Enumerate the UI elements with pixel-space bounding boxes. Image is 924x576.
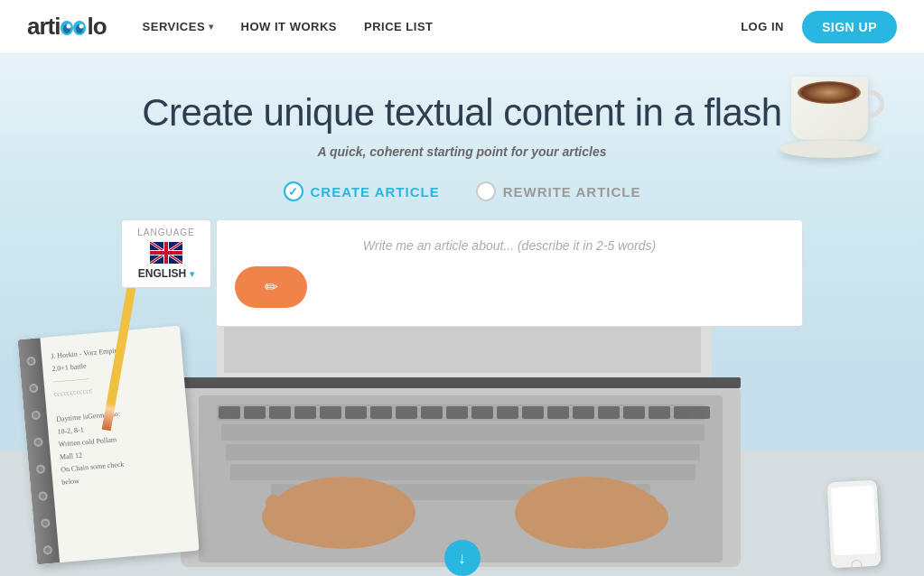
svg-rect-21	[230, 464, 695, 480]
svg-rect-41	[674, 406, 710, 419]
svg-point-2	[67, 24, 71, 29]
input-section: LANGUAGE ENGLISH	[0, 219, 924, 327]
svg-rect-35	[522, 406, 544, 419]
rewrite-article-radio[interactable]	[476, 181, 496, 201]
chevron-down-icon: ▾	[209, 22, 214, 32]
article-input-box: Write me an article about... (describe i…	[216, 219, 803, 327]
hero-title: Create unique textual content in a flash	[0, 90, 924, 135]
notebook: J. Horkin - Vorz Empire 2.0+1 battle ———…	[17, 326, 199, 565]
input-placeholder: Write me an article about... (describe i…	[235, 238, 784, 253]
arrow-down-icon: ↓	[458, 549, 466, 568]
svg-rect-27	[320, 406, 341, 419]
download-arrow[interactable]: ↓	[444, 540, 481, 576]
phone-home-button	[851, 560, 863, 571]
pencil-icon: ✏	[265, 277, 278, 297]
svg-rect-42	[181, 377, 741, 388]
nav-how-it-works[interactable]: HOW IT WORKS	[241, 20, 337, 33]
logo-arti: arti	[27, 13, 60, 40]
svg-rect-29	[370, 406, 392, 419]
svg-rect-56	[621, 490, 639, 536]
svg-rect-14	[164, 242, 168, 264]
svg-rect-26	[294, 406, 316, 419]
svg-point-5	[79, 24, 84, 29]
svg-rect-38	[598, 406, 620, 419]
logo-eyes-container	[61, 20, 86, 36]
language-value[interactable]: ENGLISH ▾	[133, 267, 200, 280]
svg-rect-20	[226, 444, 700, 460]
svg-rect-37	[573, 406, 594, 419]
svg-rect-55	[600, 488, 616, 535]
nav-services[interactable]: SERVICES ▾	[143, 20, 214, 33]
nav-right: LOG IN SIGN UP	[741, 11, 897, 43]
language-selector[interactable]: LANGUAGE ENGLISH	[121, 219, 211, 288]
signup-button[interactable]: SIGN UP	[802, 11, 897, 43]
svg-rect-31	[421, 406, 443, 419]
svg-rect-23	[219, 406, 240, 419]
logo-lo: lo	[87, 13, 106, 40]
lang-chevron-icon: ▾	[190, 269, 194, 279]
language-label: LANGUAGE	[133, 228, 200, 237]
svg-rect-40	[649, 406, 670, 419]
svg-rect-24	[244, 406, 266, 419]
svg-rect-30	[396, 406, 417, 419]
phone	[827, 480, 882, 569]
logo-eyes-svg	[61, 20, 86, 36]
svg-rect-32	[446, 406, 468, 419]
create-article-option[interactable]: CREATE ARTICLE	[284, 181, 440, 201]
svg-rect-48	[308, 488, 326, 536]
logo-text: arti lo	[27, 13, 107, 41]
create-article-label: CREATE ARTICLE	[311, 184, 440, 200]
svg-rect-36	[547, 406, 569, 419]
svg-rect-39	[623, 406, 645, 419]
phone-screen	[831, 486, 877, 555]
hero-content: Create unique textual content in a flash…	[0, 54, 924, 327]
logo: arti lo	[27, 13, 107, 41]
svg-rect-33	[471, 406, 493, 419]
svg-rect-25	[269, 406, 291, 419]
create-article-radio[interactable]	[284, 181, 303, 201]
svg-rect-19	[221, 424, 705, 441]
hero-section: Create unique textual content in a flash…	[0, 54, 924, 576]
rewrite-article-label: REWRITE ARTICLE	[503, 184, 641, 200]
flag-icon	[150, 242, 182, 264]
article-options: CREATE ARTICLE REWRITE ARTICLE	[0, 181, 924, 201]
svg-rect-28	[345, 406, 367, 419]
navbar: arti lo SERVICES ▾ HOW IT WORKS PRICE LI…	[0, 0, 924, 54]
rewrite-article-option[interactable]: REWRITE ARTICLE	[476, 181, 641, 201]
nav-links: SERVICES ▾ HOW IT WORKS PRICE LIST	[143, 20, 742, 33]
flag-container	[133, 242, 200, 264]
login-link[interactable]: LOG IN	[741, 20, 784, 33]
hero-subtitle: A quick, coherent starting point for you…	[0, 144, 924, 159]
write-button[interactable]: ✏	[235, 266, 307, 308]
nav-price-list[interactable]: PRICE LIST	[364, 20, 434, 33]
notebook-text: J. Horkin - Vorz Empire 2.0+1 battle ———…	[17, 326, 199, 565]
svg-rect-47	[286, 490, 304, 536]
svg-rect-34	[497, 406, 518, 419]
